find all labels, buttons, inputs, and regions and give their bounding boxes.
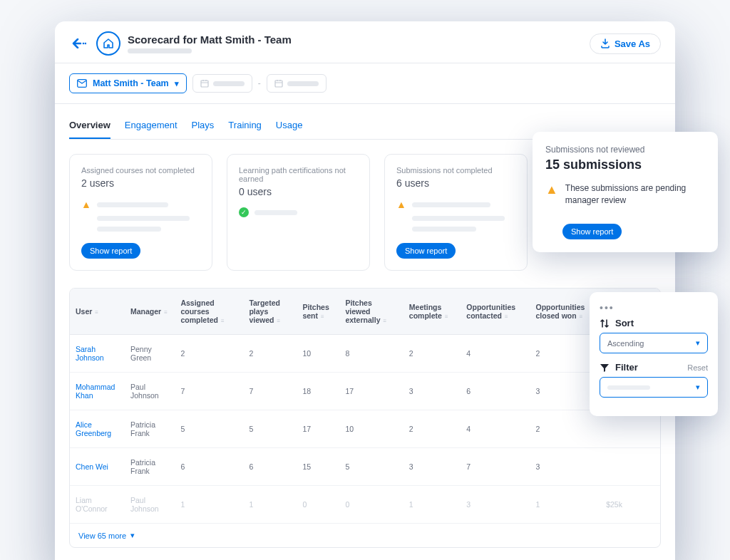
show-report-button[interactable]: Show report — [562, 224, 622, 239]
cell-value: $25k — [600, 486, 660, 524]
submissions-popup: Submissions not reviewed 15 submissions … — [533, 132, 718, 252]
card-assigned-courses: Assigned courses not completed 2 users ▲… — [69, 154, 212, 271]
cell-value: 1 — [175, 486, 243, 524]
cell-value: 2 — [175, 335, 243, 373]
cell-value: 5 — [339, 448, 403, 486]
chevron-down-icon: ▾ — [175, 79, 179, 88]
cell-value — [600, 448, 660, 486]
home-button[interactable] — [96, 31, 120, 56]
header: Scorecard for Matt Smith - Team Save As — [55, 21, 675, 63]
warning-icon: ▲ — [396, 199, 406, 210]
warning-icon: ▲ — [545, 182, 558, 207]
reset-link[interactable]: Reset — [687, 363, 708, 372]
cell-value: 17 — [339, 373, 403, 410]
subtitle-placeholder — [128, 48, 192, 53]
cell-value: 8 — [339, 335, 403, 373]
card-certifications: Learning path certifications not earned … — [227, 154, 370, 271]
show-report-button[interactable]: Show report — [81, 243, 140, 259]
tab-engagement[interactable]: Engagement — [125, 115, 178, 139]
tab-usage[interactable]: Usage — [276, 115, 303, 139]
tab-plays[interactable]: Plays — [192, 115, 215, 139]
sort-icon — [600, 318, 610, 328]
app-window: Scorecard for Matt Smith - Team Save As … — [55, 21, 675, 560]
col-meetings[interactable]: Meetings complete≡ — [403, 289, 461, 335]
users-table: User≡ Manager≡ Assigned courses complete… — [69, 288, 661, 548]
toolbar: Matt Smith - Team ▾ - — [55, 63, 675, 104]
sort-filter-panel: ••• Sort Ascending ▾ Filter Reset ▾ — [590, 292, 718, 416]
view-more-link[interactable]: View 65 more ▾ — [70, 524, 660, 547]
save-as-button[interactable]: Save As — [590, 33, 661, 54]
date-from-picker[interactable] — [192, 74, 252, 93]
cell-value: 3 — [403, 448, 461, 486]
col-user[interactable]: User≡ — [70, 289, 125, 335]
sort-header: Sort — [600, 318, 708, 328]
more-icon[interactable]: ••• — [600, 302, 708, 313]
col-pitches-sent[interactable]: Pitches sent≡ — [297, 289, 339, 335]
cell-manager: Patricia Frank — [125, 448, 175, 486]
cell-value: 7 — [243, 373, 297, 410]
user-link[interactable]: Sarah Johnson — [76, 345, 104, 362]
chevron-down-icon: ▾ — [130, 531, 135, 540]
team-selector[interactable]: Matt Smith - Team ▾ — [69, 73, 187, 93]
filter-header: Filter Reset — [600, 362, 708, 373]
mail-icon — [77, 79, 87, 88]
cell-value: 18 — [297, 373, 339, 410]
sort-select[interactable]: Ascending ▾ — [600, 333, 708, 353]
filter-select[interactable]: ▾ — [600, 377, 708, 398]
show-report-button[interactable]: Show report — [396, 243, 456, 259]
col-courses[interactable]: Assigned courses completed≡ — [175, 289, 243, 335]
filter-icon — [600, 363, 610, 373]
svg-rect-4 — [275, 81, 282, 87]
popup-value: 15 submissions — [545, 157, 705, 172]
col-manager[interactable]: Manager≡ — [125, 289, 175, 335]
warning-icon: ▲ — [81, 199, 91, 210]
cell-value: 6 — [175, 448, 243, 486]
svg-point-1 — [85, 43, 86, 45]
download-icon — [600, 38, 610, 48]
cell-value: 4 — [461, 335, 530, 373]
popup-label: Submissions not reviewed — [545, 145, 705, 155]
cell-manager: Paul Johnson — [125, 486, 175, 524]
cell-value: 2 — [403, 335, 461, 373]
cell-value: 10 — [297, 335, 339, 373]
date-to-picker[interactable] — [267, 74, 327, 93]
chevron-down-icon: ▾ — [696, 338, 700, 348]
user-link[interactable]: Mohammad Khan — [76, 383, 115, 400]
col-pitches-viewed[interactable]: Pitches viewed externally≡ — [339, 289, 403, 335]
check-icon: ✓ — [239, 207, 249, 217]
user-link[interactable]: Liam O'Connor — [76, 496, 108, 513]
cell-value: 15 — [297, 448, 339, 486]
col-plays[interactable]: Targeted plays viewed≡ — [243, 289, 297, 335]
cell-value: 2 — [403, 410, 461, 448]
cell-value: 5 — [243, 410, 297, 448]
svg-point-0 — [83, 43, 85, 45]
cell-value: 0 — [339, 486, 403, 524]
cell-value: 0 — [297, 486, 339, 524]
cell-value: 6 — [461, 373, 530, 410]
cell-value: 5 — [175, 410, 243, 448]
back-button[interactable] — [69, 33, 89, 53]
user-link[interactable]: Chen Wei — [76, 462, 108, 471]
table-row: Liam O'ConnorPaul Johnson1100131$25k — [70, 486, 660, 524]
svg-rect-3 — [201, 81, 208, 87]
cell-value: 2 — [243, 335, 297, 373]
cell-value: 6 — [243, 448, 297, 486]
tab-training[interactable]: Training — [228, 115, 261, 139]
table-row: Sarah JohnsonPenny Green22108242 — [70, 335, 660, 373]
col-opp-contacted[interactable]: Opportunities contacted≡ — [461, 289, 530, 335]
cell-value: 10 — [339, 410, 403, 448]
cell-value: 3 — [461, 486, 530, 524]
cell-manager: Patricia Frank — [125, 410, 175, 448]
popup-message: These submissions are pending manager re… — [565, 182, 705, 207]
cell-value: 3 — [530, 448, 601, 486]
calendar-icon — [200, 79, 209, 88]
cell-value: 2 — [530, 410, 601, 448]
card-submissions: Submissions not completed 6 users ▲ Show… — [384, 154, 528, 271]
cell-manager: Paul Johnson — [125, 373, 175, 410]
user-link[interactable]: Alice Greenberg — [76, 420, 111, 437]
cell-value: 3 — [403, 373, 461, 410]
page-title: Scorecard for Matt Smith - Team — [128, 33, 582, 46]
cell-value: 1 — [243, 486, 297, 524]
tab-overview[interactable]: Overview — [69, 115, 110, 139]
table-row: Mohammad KhanPaul Johnson771817363 — [70, 373, 660, 410]
